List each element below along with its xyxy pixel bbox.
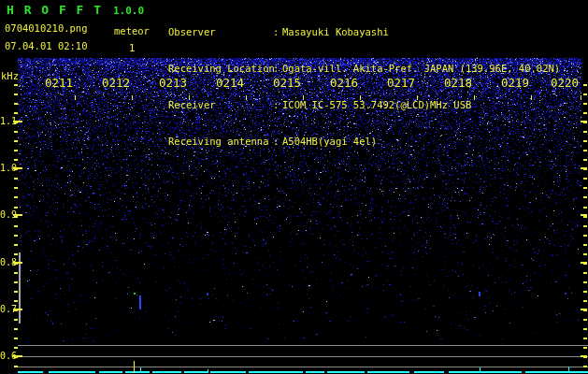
freq-tick-label-1.1: 1.1	[0, 116, 13, 126]
app-title: H R O F F T	[7, 3, 103, 17]
info-row-location: Receiving Location : Ogata-vill. Akita-P…	[168, 63, 560, 75]
info-row-antenna: Receiving antenna : A504HB(yagi 4el)	[168, 136, 560, 148]
info-label: Receiver	[168, 99, 273, 111]
mode-label: meteor	[114, 25, 150, 36]
info-label: Receiving antenna	[168, 136, 273, 148]
datetime-label: 07.04.01 02:10	[5, 40, 88, 51]
info-label: Receiving Location	[168, 63, 273, 75]
time-tick-label-0212: 0212	[98, 76, 130, 90]
freq-tick-label-0.7: 0.7	[0, 304, 13, 314]
time-tick-label-0214: 0214	[212, 76, 244, 90]
freq-tick-label-1.0: 1.0	[0, 163, 13, 173]
time-tick-label-0213: 0213	[155, 76, 187, 90]
time-tick-label-0216: 0216	[326, 76, 358, 90]
info-value: A504HB(yagi 4el)	[282, 136, 377, 148]
info-row-observer: Observer : Masayuki Kobayashi	[168, 26, 560, 38]
freq-tick-label-0.8: 0.8	[0, 257, 13, 267]
info-label: Observer	[168, 26, 273, 38]
info-colon: :	[273, 99, 282, 111]
info-row-receiver: Receiver : ICOM IC-575 53.7492(@LCD)MHz …	[168, 99, 560, 111]
time-tick-label-0218: 0218	[440, 76, 472, 90]
time-tick-label-0220: 0220	[547, 76, 579, 90]
app-version: 1.0.0	[113, 5, 144, 17]
filename-label: 0704010210.png	[5, 22, 88, 34]
freq-tick-label-0.9: 0.9	[0, 209, 13, 220]
time-tick-label-0219: 0219	[497, 76, 529, 90]
freq-axis-unit: kHz	[1, 70, 19, 81]
info-colon: :	[273, 63, 282, 75]
info-value: ICOM IC-575 53.7492(@LCD)MHz USB	[282, 99, 471, 111]
time-tick-label-0215: 0215	[269, 76, 301, 90]
meteor-count-value: 1	[129, 42, 135, 53]
time-tick-label-0217: 0217	[383, 76, 415, 90]
freq-tick-label-0.6: 0.6	[0, 351, 13, 361]
hrofft-output-screen: { "header": { "app_title": "H R O F F T"…	[0, 0, 588, 374]
info-colon: :	[273, 136, 282, 148]
info-value: Masayuki Kobayashi	[282, 26, 389, 38]
info-colon: :	[273, 26, 282, 38]
info-value: Ogata-vill. Akita-Pref. JAPAN (139.96E, …	[282, 63, 560, 75]
time-tick-label-0211: 0211	[41, 76, 73, 90]
